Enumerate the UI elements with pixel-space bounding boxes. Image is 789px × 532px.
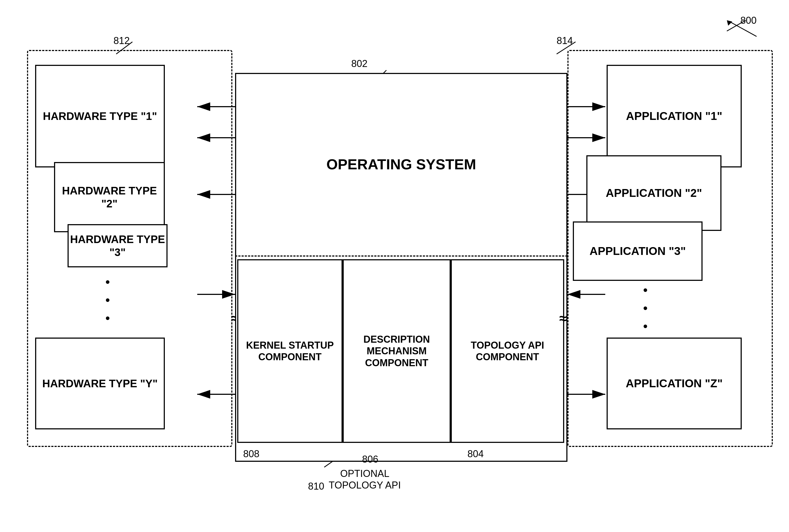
hw-type-1-box: HARDWARE TYPE "1" [35,65,165,167]
app-2-box: APPLICATION "2" [586,155,721,231]
app-z-label: APPLICATION "Z" [608,339,741,428]
kernel-startup-label: KERNEL STARTUP COMPONENT [238,260,342,442]
desc-mechanism-box: DESCRIPTION MECHANISM COMPONENT [343,259,451,443]
diagram: 800 812 HARDWARE TYPE "1" HARDWARE TYPE … [0,0,789,532]
app-z-box: APPLICATION "Z" [607,338,742,430]
app-3-box: APPLICATION "3" [573,222,702,281]
kernel-startup-box: KERNEL STARTUP COMPONENT [237,259,343,443]
hw-type-2-label: HARDWARE TYPE "2" [55,163,164,231]
optional-topology-label: OPTIONAL TOPOLOGY API [324,462,405,497]
app-2-label: APPLICATION "2" [587,156,720,230]
ref-810: 810 [308,481,324,492]
ref-808: 808 [243,448,259,460]
os-label: OPERATING SYSTEM [235,73,567,256]
app-dots: ••• [643,281,648,336]
topology-api-box: TOPOLOGY API COMPONENT [451,259,564,443]
hw-type-2-box: HARDWARE TYPE "2" [54,162,165,232]
desc-mechanism-label: DESCRIPTION MECHANISM COMPONENT [344,260,449,442]
app-1-box: APPLICATION "1" [607,65,742,167]
hw-type-y-box: HARDWARE TYPE "Y" [35,338,165,430]
topology-api-label: TOPOLOGY API COMPONENT [452,260,563,442]
ref-814: 814 [557,35,573,46]
hw-type-1-label: HARDWARE TYPE "1" [36,66,164,166]
svg-line-21 [730,22,756,36]
ref-800-arrow [713,14,767,40]
squiggle-right: ≈ [559,310,567,326]
hw-type-3-label: HARDWARE TYPE "3" [69,225,166,266]
ref-804: 804 [467,448,484,460]
hw-type-y-label: HARDWARE TYPE "Y" [36,339,164,428]
hw-type-3-box: HARDWARE TYPE "3" [68,224,167,267]
hw-dots: ••• [105,273,110,327]
ref-802: 802 [351,58,367,70]
ref-812: 812 [113,35,130,46]
app-1-label: APPLICATION "1" [608,66,741,166]
app-3-label: APPLICATION "3" [574,223,701,280]
